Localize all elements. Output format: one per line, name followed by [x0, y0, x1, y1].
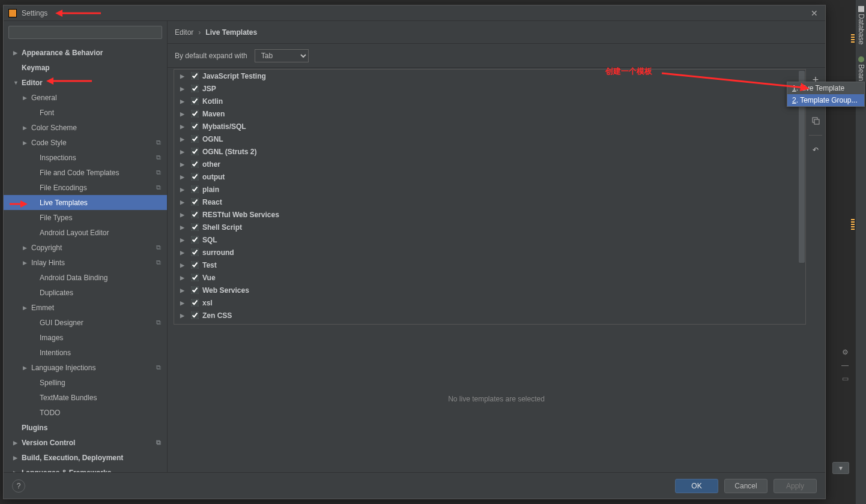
tree-arrow-icon[interactable]: ▶: [180, 300, 187, 306]
template-group-checkbox[interactable]: [191, 148, 199, 155]
template-group-checkbox[interactable]: [191, 236, 199, 244]
tree-arrow-icon[interactable]: ▶: [180, 313, 187, 319]
tree-arrow-icon[interactable]: ▶: [180, 124, 187, 130]
sidebar-item-live-templates[interactable]: Live Templates: [4, 195, 167, 210]
tree-arrow-icon[interactable]: ▶: [180, 287, 187, 293]
tree-arrow-icon[interactable]: ▶: [180, 187, 187, 193]
sidebar-item-code-style[interactable]: ▶Code Style⧉: [4, 135, 167, 150]
template-group-checkbox[interactable]: [191, 185, 199, 193]
sidebar-item-duplicates[interactable]: Duplicates: [4, 285, 167, 300]
sidebar-item-spelling[interactable]: Spelling: [4, 375, 167, 390]
sidebar-item-gui-designer[interactable]: GUI Designer⧉: [4, 315, 167, 330]
template-group-ognl-struts-2-[interactable]: ▶OGNL (Struts 2): [174, 145, 805, 158]
tree-arrow-icon[interactable]: ▶: [180, 250, 187, 256]
template-group-checkbox[interactable]: [191, 286, 199, 294]
template-group-vue[interactable]: ▶Vue: [174, 271, 805, 284]
expand-panel-button[interactable]: ▾: [832, 462, 849, 474]
sidebar-item-editor[interactable]: ▼Editor: [4, 75, 167, 90]
template-group-web-services[interactable]: ▶Web Services: [174, 284, 805, 296]
tree-arrow-icon[interactable]: ▶: [180, 224, 187, 230]
template-group-checkbox[interactable]: [191, 223, 199, 231]
sidebar-item-file-and-code-templates[interactable]: File and Code Templates⧉: [4, 165, 167, 180]
expand-select[interactable]: Tab: [255, 49, 309, 62]
breadcrumb-root[interactable]: Editor: [175, 28, 193, 37]
ok-button[interactable]: OK: [675, 479, 718, 493]
template-group-checkbox[interactable]: [191, 248, 199, 256]
duplicate-button[interactable]: [810, 115, 822, 127]
template-group-checkbox[interactable]: [191, 198, 199, 206]
revert-button[interactable]: ↶: [810, 144, 822, 156]
template-group-checkbox[interactable]: [191, 122, 199, 130]
template-group-restful-web-services[interactable]: ▶RESTful Web Services: [174, 208, 805, 221]
tree-arrow-icon[interactable]: ▶: [180, 86, 187, 92]
sidebar-item-version-control[interactable]: ▶Version Control⧉: [4, 435, 167, 450]
sidebar-item-textmate-bundles[interactable]: TextMate Bundles: [4, 390, 167, 405]
tree-arrow-icon[interactable]: ▶: [180, 111, 187, 117]
scrollbar[interactable]: [799, 70, 805, 320]
sidebar-item-color-scheme[interactable]: ▶Color Scheme: [4, 120, 167, 135]
help-button[interactable]: ?: [12, 479, 25, 493]
tree-arrow-icon[interactable]: ▶: [180, 212, 187, 218]
sidebar-item-intentions[interactable]: Intentions: [4, 345, 167, 360]
template-group-output[interactable]: ▶output: [174, 170, 805, 183]
template-group-test[interactable]: ▶Test: [174, 259, 805, 271]
tree-arrow-icon[interactable]: ▶: [180, 199, 187, 205]
template-group-react[interactable]: ▶React: [174, 196, 805, 208]
tree-arrow-icon[interactable]: ▶: [180, 161, 187, 167]
template-group-list[interactable]: ▶JavaScript Testing▶JSP▶Kotlin▶Maven▶Myb…: [174, 69, 806, 325]
tree-arrow-icon[interactable]: ▶: [180, 98, 187, 104]
template-group-sql[interactable]: ▶SQL: [174, 233, 805, 246]
template-group-shell-script[interactable]: ▶Shell Script: [174, 221, 805, 233]
sidebar-item-general[interactable]: ▶General: [4, 90, 167, 105]
layout-icon[interactable]: ▭: [840, 373, 850, 384]
cancel-button[interactable]: Cancel: [724, 479, 768, 493]
sidebar-item-inlay-hints[interactable]: ▶Inlay Hints⧉: [4, 255, 167, 270]
popup-template-group[interactable]: 2. Template Group...: [787, 94, 864, 106]
template-group-surround[interactable]: ▶surround: [174, 246, 805, 259]
template-group-zen-css[interactable]: ▶Zen CSS: [174, 309, 805, 322]
template-group-jsp[interactable]: ▶JSP: [174, 82, 805, 95]
tree-arrow-icon[interactable]: ▶: [180, 136, 187, 142]
template-group-checkbox[interactable]: [191, 211, 199, 218]
template-group-checkbox[interactable]: [191, 97, 199, 105]
template-group-checkbox[interactable]: [191, 160, 199, 168]
template-group-checkbox[interactable]: [191, 311, 199, 319]
sidebar-item-language-injections[interactable]: ▶Language Injections⧉: [4, 360, 167, 375]
template-group-mybatis-sql[interactable]: ▶Mybatis/SQL: [174, 120, 805, 133]
template-group-checkbox[interactable]: [191, 261, 199, 269]
bean-tool-tab[interactable]: Bean: [856, 53, 866, 85]
settings-search-input[interactable]: [8, 26, 162, 39]
sidebar-item-file-types[interactable]: File Types: [4, 210, 167, 225]
template-group-xsl[interactable]: ▶xsl: [174, 296, 805, 309]
template-group-plain[interactable]: ▶plain: [174, 183, 805, 196]
template-group-checkbox[interactable]: [191, 85, 199, 92]
database-tool-tab[interactable]: Database: [856, 2, 866, 48]
template-group-javascript-testing[interactable]: ▶JavaScript Testing: [174, 70, 805, 82]
sidebar-item-inspections[interactable]: Inspections⧉: [4, 150, 167, 165]
template-group-other[interactable]: ▶other: [174, 158, 805, 170]
tree-arrow-icon[interactable]: ▶: [180, 149, 187, 155]
sidebar-item-plugins[interactable]: Plugins: [4, 420, 167, 435]
sidebar-item-build-execution-deployment[interactable]: ▶Build, Execution, Deployment: [4, 450, 167, 465]
template-group-ognl[interactable]: ▶OGNL: [174, 133, 805, 145]
gear-icon[interactable]: ⚙: [840, 347, 850, 358]
tree-arrow-icon[interactable]: ▶: [180, 237, 187, 243]
settings-tree[interactable]: ▶Appearance & BehaviorKeymap▼Editor▶Gene…: [4, 44, 167, 472]
sidebar-item-font[interactable]: Font: [4, 105, 167, 120]
close-button[interactable]: ✕: [808, 7, 820, 19]
template-group-checkbox[interactable]: [191, 72, 199, 80]
tree-arrow-icon[interactable]: ▶: [180, 73, 187, 79]
template-group-maven[interactable]: ▶Maven: [174, 107, 805, 120]
template-group-checkbox[interactable]: [191, 274, 199, 281]
sidebar-item-todo[interactable]: TODO: [4, 405, 167, 420]
sidebar-item-android-layout-editor[interactable]: Android Layout Editor: [4, 225, 167, 240]
template-group-checkbox[interactable]: [191, 173, 199, 181]
template-group-checkbox[interactable]: [191, 110, 199, 118]
template-group-checkbox[interactable]: [191, 299, 199, 307]
tree-arrow-icon[interactable]: ▶: [180, 275, 187, 281]
sidebar-item-appearance-behavior[interactable]: ▶Appearance & Behavior: [4, 45, 167, 60]
minimize-icon[interactable]: —: [840, 360, 850, 371]
template-group-checkbox[interactable]: [191, 135, 199, 143]
template-group-checkbox[interactable]: [191, 324, 199, 325]
tree-arrow-icon[interactable]: ▶: [180, 174, 187, 180]
